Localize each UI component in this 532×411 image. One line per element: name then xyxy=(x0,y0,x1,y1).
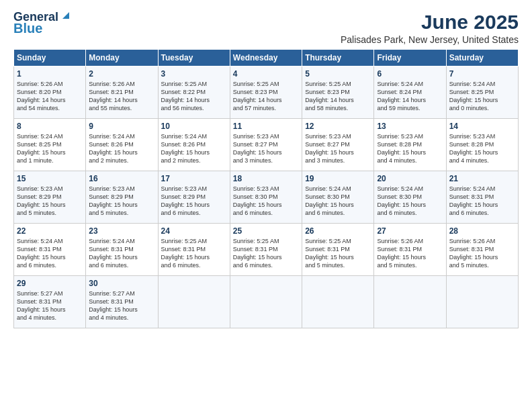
day-number: 14 xyxy=(449,122,515,131)
col-wednesday: Wednesday xyxy=(230,50,302,66)
day-number: 15 xyxy=(17,174,83,183)
week-row-1: 1Sunrise: 5:26 AMSunset: 8:20 PMDaylight… xyxy=(14,66,519,119)
day-number: 29 xyxy=(17,279,83,288)
day-number: 22 xyxy=(17,226,83,236)
day-number: 1 xyxy=(17,69,83,79)
day-info: Sunrise: 5:25 AMSunset: 8:31 PMDaylight:… xyxy=(305,237,371,270)
subtitle: Palisades Park, New Jersey, United State… xyxy=(341,34,519,45)
day-number: 23 xyxy=(89,226,154,236)
cell-w4-d5: 26Sunrise: 5:25 AMSunset: 8:31 PMDayligh… xyxy=(302,224,374,276)
day-number: 6 xyxy=(377,69,443,79)
day-number: 20 xyxy=(377,174,443,183)
day-info: Sunrise: 5:24 AMSunset: 8:31 PMDaylight:… xyxy=(89,237,154,270)
day-number: 11 xyxy=(233,122,299,131)
cell-w5-d7 xyxy=(446,276,518,328)
cell-w4-d7: 28Sunrise: 5:26 AMSunset: 8:31 PMDayligh… xyxy=(446,224,518,276)
cell-w3-d5: 19Sunrise: 5:24 AMSunset: 8:30 PMDayligh… xyxy=(302,171,374,224)
col-sunday: Sunday xyxy=(14,50,86,66)
cell-w5-d2: 30Sunrise: 5:27 AMSunset: 8:31 PMDayligh… xyxy=(86,276,158,328)
cell-w2-d1: 8Sunrise: 5:24 AMSunset: 8:25 PMDaylight… xyxy=(14,119,86,171)
day-info: Sunrise: 5:27 AMSunset: 8:31 PMDaylight:… xyxy=(89,289,154,322)
day-info: Sunrise: 5:25 AMSunset: 8:23 PMDaylight:… xyxy=(305,80,371,113)
day-info: Sunrise: 5:23 AMSunset: 8:30 PMDaylight:… xyxy=(233,185,299,218)
cell-w5-d4 xyxy=(230,276,302,328)
title-block: June 2025 Palisades Park, New Jersey, Un… xyxy=(341,11,519,45)
cell-w1-d7: 7Sunrise: 5:24 AMSunset: 8:25 PMDaylight… xyxy=(446,66,518,119)
day-info: Sunrise: 5:26 AMSunset: 8:31 PMDaylight:… xyxy=(377,237,443,270)
day-info: Sunrise: 5:26 AMSunset: 8:31 PMDaylight:… xyxy=(449,237,515,270)
day-number: 26 xyxy=(305,226,371,236)
cell-w5-d3 xyxy=(158,276,230,328)
header: General Blue June 2025 Palisades Park, N… xyxy=(13,11,519,45)
cell-w2-d2: 9Sunrise: 5:24 AMSunset: 8:26 PMDaylight… xyxy=(86,119,158,171)
day-info: Sunrise: 5:24 AMSunset: 8:31 PMDaylight:… xyxy=(449,185,515,218)
main-title: June 2025 xyxy=(341,11,519,33)
day-number: 24 xyxy=(161,226,227,236)
day-info: Sunrise: 5:23 AMSunset: 8:27 PMDaylight:… xyxy=(233,132,299,165)
calendar-header-row: Sunday Monday Tuesday Wednesday Thursday… xyxy=(14,50,519,66)
cell-w2-d4: 11Sunrise: 5:23 AMSunset: 8:27 PMDayligh… xyxy=(230,119,302,171)
day-info: Sunrise: 5:25 AMSunset: 8:22 PMDaylight:… xyxy=(161,80,227,113)
cell-w3-d4: 18Sunrise: 5:23 AMSunset: 8:30 PMDayligh… xyxy=(230,171,302,224)
day-number: 7 xyxy=(449,69,515,79)
cell-w2-d5: 12Sunrise: 5:23 AMSunset: 8:27 PMDayligh… xyxy=(302,119,374,171)
col-saturday: Saturday xyxy=(446,50,518,66)
page: General Blue June 2025 Palisades Park, N… xyxy=(0,0,532,411)
col-tuesday: Tuesday xyxy=(158,50,230,66)
day-info: Sunrise: 5:23 AMSunset: 8:27 PMDaylight:… xyxy=(305,132,371,165)
cell-w4-d2: 23Sunrise: 5:24 AMSunset: 8:31 PMDayligh… xyxy=(86,224,158,276)
cell-w5-d6 xyxy=(374,276,446,328)
day-number: 25 xyxy=(233,226,299,236)
day-info: Sunrise: 5:25 AMSunset: 8:23 PMDaylight:… xyxy=(233,80,299,113)
cell-w4-d3: 24Sunrise: 5:25 AMSunset: 8:31 PMDayligh… xyxy=(158,224,230,276)
day-info: Sunrise: 5:27 AMSunset: 8:31 PMDaylight:… xyxy=(17,289,83,322)
day-number: 27 xyxy=(377,226,443,236)
day-number: 10 xyxy=(161,122,227,131)
calendar-table: Sunday Monday Tuesday Wednesday Thursday… xyxy=(13,49,519,328)
day-info: Sunrise: 5:24 AMSunset: 8:25 PMDaylight:… xyxy=(449,80,515,113)
col-monday: Monday xyxy=(86,50,158,66)
cell-w3-d1: 15Sunrise: 5:23 AMSunset: 8:29 PMDayligh… xyxy=(14,171,86,224)
day-info: Sunrise: 5:24 AMSunset: 8:24 PMDaylight:… xyxy=(377,80,443,113)
day-info: Sunrise: 5:24 AMSunset: 8:26 PMDaylight:… xyxy=(89,132,154,165)
day-info: Sunrise: 5:23 AMSunset: 8:28 PMDaylight:… xyxy=(377,132,443,165)
logo-blue: Blue xyxy=(13,21,42,35)
day-info: Sunrise: 5:26 AMSunset: 8:20 PMDaylight:… xyxy=(17,80,83,113)
day-number: 3 xyxy=(161,69,227,79)
day-info: Sunrise: 5:24 AMSunset: 8:26 PMDaylight:… xyxy=(161,132,227,165)
cell-w2-d3: 10Sunrise: 5:24 AMSunset: 8:26 PMDayligh… xyxy=(158,119,230,171)
col-thursday: Thursday xyxy=(302,50,374,66)
day-info: Sunrise: 5:24 AMSunset: 8:31 PMDaylight:… xyxy=(17,237,83,270)
day-info: Sunrise: 5:25 AMSunset: 8:31 PMDaylight:… xyxy=(233,237,299,270)
day-number: 12 xyxy=(305,122,371,131)
col-friday: Friday xyxy=(374,50,446,66)
day-info: Sunrise: 5:24 AMSunset: 8:30 PMDaylight:… xyxy=(377,185,443,218)
day-info: Sunrise: 5:23 AMSunset: 8:28 PMDaylight:… xyxy=(449,132,515,165)
day-info: Sunrise: 5:23 AMSunset: 8:29 PMDaylight:… xyxy=(89,185,154,218)
cell-w4-d1: 22Sunrise: 5:24 AMSunset: 8:31 PMDayligh… xyxy=(14,224,86,276)
cell-w1-d3: 3Sunrise: 5:25 AMSunset: 8:22 PMDaylight… xyxy=(158,66,230,119)
cell-w3-d3: 17Sunrise: 5:23 AMSunset: 8:29 PMDayligh… xyxy=(158,171,230,224)
cell-w1-d6: 6Sunrise: 5:24 AMSunset: 8:24 PMDaylight… xyxy=(374,66,446,119)
day-info: Sunrise: 5:23 AMSunset: 8:29 PMDaylight:… xyxy=(161,185,227,218)
day-number: 4 xyxy=(233,69,299,79)
day-info: Sunrise: 5:24 AMSunset: 8:30 PMDaylight:… xyxy=(305,185,371,218)
day-info: Sunrise: 5:26 AMSunset: 8:21 PMDaylight:… xyxy=(89,80,154,113)
day-number: 18 xyxy=(233,174,299,183)
cell-w1-d2: 2Sunrise: 5:26 AMSunset: 8:21 PMDaylight… xyxy=(86,66,158,119)
day-number: 8 xyxy=(17,122,83,131)
cell-w1-d5: 5Sunrise: 5:25 AMSunset: 8:23 PMDaylight… xyxy=(302,66,374,119)
day-number: 19 xyxy=(305,174,371,183)
day-number: 9 xyxy=(89,122,154,131)
logo: General Blue xyxy=(13,11,72,35)
week-row-4: 22Sunrise: 5:24 AMSunset: 8:31 PMDayligh… xyxy=(14,224,519,276)
cell-w3-d2: 16Sunrise: 5:23 AMSunset: 8:29 PMDayligh… xyxy=(86,171,158,224)
day-number: 5 xyxy=(305,69,371,79)
cell-w2-d6: 13Sunrise: 5:23 AMSunset: 8:28 PMDayligh… xyxy=(374,119,446,171)
cell-w3-d7: 21Sunrise: 5:24 AMSunset: 8:31 PMDayligh… xyxy=(446,171,518,224)
day-info: Sunrise: 5:24 AMSunset: 8:25 PMDaylight:… xyxy=(17,132,83,165)
day-number: 28 xyxy=(449,226,515,236)
day-info: Sunrise: 5:23 AMSunset: 8:29 PMDaylight:… xyxy=(17,185,83,218)
cell-w1-d1: 1Sunrise: 5:26 AMSunset: 8:20 PMDaylight… xyxy=(14,66,86,119)
cell-w3-d6: 20Sunrise: 5:24 AMSunset: 8:30 PMDayligh… xyxy=(374,171,446,224)
